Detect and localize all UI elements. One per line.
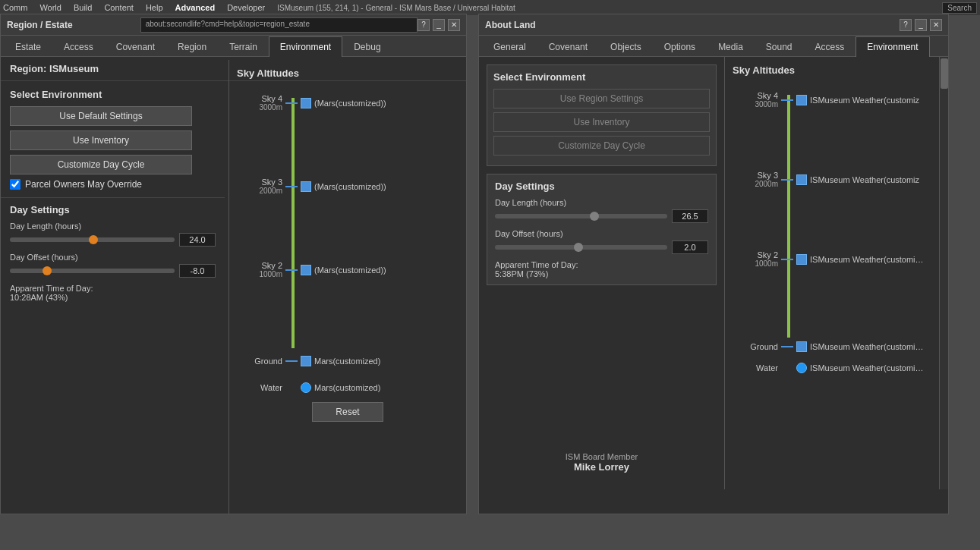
al-sky2-icon[interactable] [796,254,807,265]
ground-connector [285,360,298,362]
al-use-inventory-button[interactable]: Use Inventory [493,112,710,132]
sky3-icon[interactable] [301,181,311,192]
tab-access[interactable]: Access [804,36,856,57]
about-land-help-button[interactable]: ? [900,19,912,31]
sky3-connector [285,186,298,187]
about-land-controls: ? _ ✕ [900,19,942,31]
sky2-icon[interactable] [301,265,311,275]
sky3-item: Sky 3 2000m (Mars(customized)) [244,178,386,195]
tab-region[interactable]: Region [166,36,218,57]
al-water-icon[interactable] [796,363,807,373]
day-offset-track[interactable] [10,269,175,273]
al-sky3-icon[interactable] [796,174,807,185]
al-sky-vertical-line [787,95,790,338]
minimize-button[interactable]: _ [433,19,445,31]
sky-altitudes-title: Sky Altitudes [237,68,458,79]
tab-estate[interactable]: Estate [4,36,52,57]
ground-item: Ground Mars(customized) [244,356,380,366]
al-sky2-connector [781,259,793,260]
al-ground-icon[interactable] [796,341,807,352]
al-sky4-icon[interactable] [796,95,807,105]
menu-location: ISMuseum (155, 214, 1) - General - ISM M… [277,4,515,12]
tab-sound[interactable]: Sound [755,36,804,57]
tab-al-environment[interactable]: Environment [856,36,929,57]
parcel-override-checkbox[interactable] [10,179,20,190]
al-sky4-alt: 3000m [740,100,778,108]
al-sky3-item: Sky 3 2000m ISMuseum Weather(customiz [740,171,919,188]
sky4-alt: 3000m [244,103,282,112]
al-customize-day-cycle-button[interactable]: Customize Day Cycle [493,136,710,156]
al-day-length-track[interactable] [495,214,667,218]
region-name: ISMuseum [49,63,99,74]
al-sky4-connector [781,99,793,101]
about-land-titlebar: About Land ? _ ✕ [479,14,948,36]
sky4-icon[interactable] [301,98,311,108]
tab-access[interactable]: Access [52,36,105,57]
day-length-thumb[interactable] [89,235,98,244]
al-day-length-thumb[interactable] [590,212,599,221]
menu-build[interactable]: Build [74,3,92,12]
sky4-item: Sky 4 3000m (Mars(customized)) [244,94,386,112]
reset-button[interactable]: Reset [312,402,383,422]
tab-debug[interactable]: Debug [342,36,392,57]
about-land-close-button[interactable]: ✕ [930,19,942,31]
tab-covenant[interactable]: Covenant [105,36,166,57]
water-setting: Mars(customized) [314,383,380,392]
apparent-time-label: Apparent Time of Day: [10,284,216,293]
tab-covenant[interactable]: Covenant [537,36,599,57]
sky2-item: Sky 2 1000m (Mars(customized)) [244,261,386,278]
al-day-length-value: 26.5 [672,209,708,223]
al-apparent-time-section: Apparent Time of Day: 5:38PM (73%) [495,260,708,278]
tab-terrain[interactable]: Terrain [218,36,269,57]
select-environment-section: Select Environment Use Default Settings … [1,81,225,197]
al-water-setting: ISMuseum Weather(customize [810,363,924,372]
al-sky-scrollbar[interactable] [939,57,948,489]
menu-advanced[interactable]: Advanced [175,3,216,12]
menu-developer[interactable]: Developer [227,3,265,12]
al-use-region-settings-button[interactable]: Use Region Settings [493,89,710,108]
al-sky-altitudes-title: Sky Altitudes [733,64,941,76]
sky4-connector [285,102,298,104]
al-day-offset-thumb[interactable] [574,243,583,252]
menu-world[interactable]: World [39,3,61,12]
menu-content[interactable]: Content [104,3,134,12]
sky3-setting: (Mars(customized)) [314,182,386,191]
about-land-minimize-button[interactable]: _ [915,19,927,31]
water-icon[interactable] [301,382,311,393]
region-estate-window: Region / Estate about:secondlife?cmd=hel… [0,14,467,514]
al-ground-label: Ground [740,342,778,351]
tab-objects[interactable]: Objects [599,36,653,57]
close-button[interactable]: ✕ [448,19,460,31]
al-select-env-title: Select Environment [493,71,710,83]
al-day-offset-row: Day Offset (hours) 2.0 [495,229,708,254]
tab-general[interactable]: General [482,36,537,57]
al-sky3-alt: 2000m [740,180,778,188]
tab-media[interactable]: Media [707,36,755,57]
search-input[interactable]: Search [942,2,977,14]
tab-options[interactable]: Options [653,36,707,57]
al-sky4-setting: ISMuseum Weather(customiz [810,96,919,105]
day-offset-value: -8.0 [179,264,216,278]
al-sky-scrollbar-thumb[interactable] [941,58,948,89]
sky3-name: Sky 3 [244,178,282,187]
tab-environment[interactable]: Environment [269,36,342,57]
menu-comm[interactable]: Comm [3,3,27,12]
customize-day-cycle-button[interactable]: Customize Day Cycle [10,155,192,174]
al-day-offset-track[interactable] [495,245,667,250]
help-button[interactable]: ? [418,19,430,31]
day-settings-title: Day Settings [10,204,216,215]
select-env-title: Select Environment [10,89,216,100]
al-sky3-connector [781,179,793,181]
day-offset-thumb[interactable] [43,266,52,275]
al-sky3-name: Sky 3 [740,171,778,180]
al-sky2-name: Sky 2 [740,250,778,259]
sky4-name: Sky 4 [244,94,282,103]
use-default-settings-button[interactable]: Use Default Settings [10,106,192,126]
menu-help[interactable]: Help [146,3,163,12]
ground-icon[interactable] [301,356,311,366]
region-url-bar[interactable]: about:secondlife?cmd=help&topic=region_e… [140,17,418,33]
about-land-tab-bar: General Covenant Objects Options Media S… [479,36,948,57]
day-length-track[interactable] [10,237,175,242]
use-inventory-button[interactable]: Use Inventory [10,130,192,150]
al-apparent-time-value: 5:38PM (73%) [495,269,708,278]
